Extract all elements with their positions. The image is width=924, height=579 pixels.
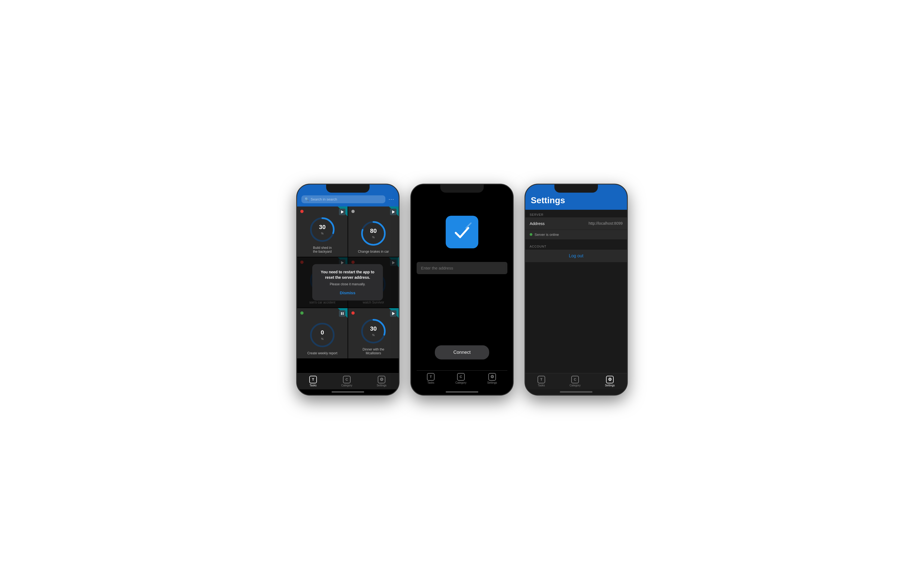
tab-tasks[interactable]: T Tasks [427,373,435,384]
progress-percent: % [372,334,375,337]
address-value: http://localhost:8099 [589,221,623,226]
settings-title: Settings [531,195,621,205]
tab-category[interactable]: C Category [455,373,467,384]
progress-number: 30 [370,325,377,332]
tab-bar: T Tasks C Category ⚙ Settings [417,370,507,387]
tab-bar: T Tasks C Category ⚙ Settings [297,373,399,389]
play-button[interactable] [390,209,396,215]
tab-category[interactable]: C Category [341,376,352,387]
tasks-tab-label: Tasks [538,384,545,387]
tab-settings[interactable]: ⚙ Settings [605,376,615,387]
alert-title: You need to restart the app to reset the… [319,270,376,280]
settings-tab-icon: ⚙ [488,373,496,381]
logout-row[interactable]: Log out [525,250,627,262]
pause-icon [341,312,343,315]
address-row[interactable]: Address http://localhost:8099 [525,218,627,230]
progress-ring: 80 % [360,220,387,247]
settings-tab-label: Settings [487,381,497,384]
alert-subtitle: Please close it manually. [319,282,376,286]
app-logo [446,216,478,249]
screenshot-container: 🔍 Search in search ··· [285,173,639,406]
task-label: Change brakes in car [358,250,389,254]
address-label: Address [530,221,545,226]
logout-button[interactable]: Log out [569,254,583,258]
category-tab-icon: C [571,376,579,383]
task-label: Build shed inthe backyard [313,246,332,254]
task-status-dot [300,311,304,315]
tasks-tab-label: Tasks [427,381,434,384]
tasks-tab-icon: T [427,373,435,381]
settings-tab-label: Settings [605,384,615,387]
tab-settings[interactable]: ⚙ Settings [487,373,497,384]
search-bar[interactable]: 🔍 Search in search [301,195,385,203]
account-section-header: ACCOUNT [525,242,627,249]
server-status-row: Server is online [525,230,627,239]
category-tab-label: Category [570,384,581,387]
status-indicator-dot [530,233,532,236]
progress-ring: 30 % [309,216,336,243]
phone-screen: Settings SERVER Address http://localhost… [525,185,627,395]
task-card-dinner[interactable]: 30 % Dinner with theMcallisters [348,308,399,358]
tasks-tab-label: Tasks [309,384,317,387]
play-icon [392,312,395,315]
task-status-dot [352,311,355,315]
home-indicator [332,391,364,393]
progress-ring: 0 % [309,321,336,348]
checkmark-icon [453,222,471,242]
category-tab-icon: C [343,376,351,383]
dismiss-button[interactable]: Dismiss [319,290,376,295]
tab-tasks[interactable]: T Tasks [309,376,317,387]
pause-button[interactable] [339,310,345,317]
task-card-build-shed[interactable]: 30 % Build shed inthe backyard [297,206,348,257]
progress-number: 80 [370,227,377,234]
task-label: Dinner with theMcallisters [363,347,384,355]
phone-connect: Connect T Tasks C Category ⚙ Settings [410,184,514,396]
play-button[interactable] [339,209,345,215]
progress-percent: % [321,337,324,340]
progress-number: 0 [321,329,324,336]
settings-tab-label: Settings [377,384,386,387]
task-status-dot [352,210,355,213]
alert-dialog: You need to restart the app to reset the… [312,264,383,301]
svg-line-12 [466,222,471,228]
task-status-dot [300,210,304,213]
category-tab-icon: C [457,373,465,381]
settings-tab-icon: ⚙ [606,376,614,383]
phone-notch [554,185,598,193]
phone-tasks: 🔍 Search in search ··· [296,184,399,396]
play-icon [392,210,395,214]
tab-category[interactable]: C Category [570,376,581,387]
phone-notch [440,185,484,193]
progress-number: 30 [319,224,325,231]
task-card-change-brakes[interactable]: 80 % Change brakes in car [348,206,399,257]
alert-overlay: You need to restart the app to reset the… [297,257,398,307]
progress-ring: 30 % [360,317,387,345]
tasks-grid: 30 % Build shed inthe backyard [297,206,399,358]
server-status-text: Server is online [535,232,559,237]
connect-button[interactable]: Connect [435,345,489,360]
progress-percent: % [372,236,375,239]
play-button[interactable] [390,310,396,317]
home-indicator [446,391,478,393]
connect-top [417,200,507,274]
phone-notch [326,185,370,193]
play-icon [341,210,344,214]
search-placeholder: Search in search [311,197,337,201]
server-section-header: SERVER [525,210,627,218]
task-card-create-weekly[interactable]: 0 % Create weekly report [297,308,348,358]
address-input[interactable] [417,262,507,274]
tab-settings[interactable]: ⚙ Settings [377,376,386,387]
phone-screen: 🔍 Search in search ··· [297,185,399,395]
tab-tasks[interactable]: T Tasks [538,376,545,387]
more-menu-button[interactable]: ··· [389,196,394,202]
tasks-tab-icon: T [538,376,545,383]
search-icon: 🔍 [305,197,309,201]
phone-settings: Settings SERVER Address http://localhost… [525,184,628,396]
phone-screen: Connect T Tasks C Category ⚙ Settings [411,185,513,395]
task-card-chiro[interactable]: 0 % Chiro app...son's car accident You n… [297,257,348,307]
connect-bottom: Connect T Tasks C Category ⚙ Settings [417,345,507,387]
tasks-tab-icon: T [309,376,317,383]
settings-tab-icon: ⚙ [378,376,385,383]
category-tab-label: Category [455,381,467,384]
task-label: Create weekly report [307,351,337,355]
